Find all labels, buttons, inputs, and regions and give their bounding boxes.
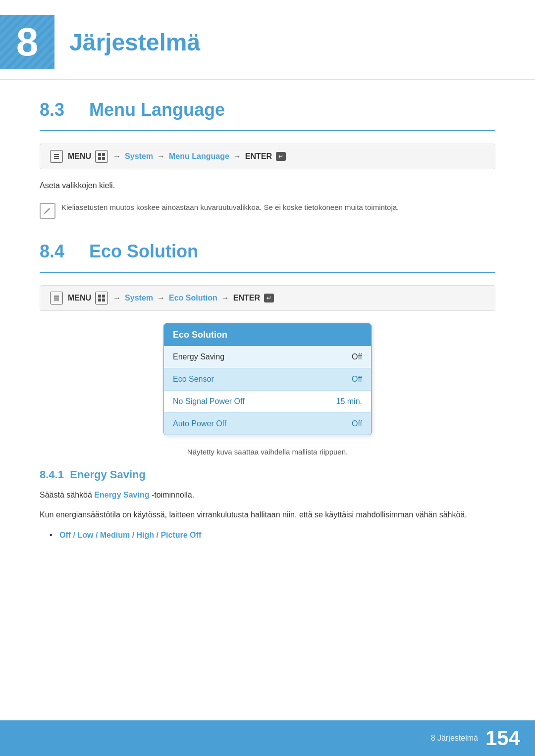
subsection-title: Energy Saving bbox=[70, 468, 146, 481]
grid-menu-icon bbox=[95, 150, 108, 163]
eco-item-name-no-signal: No Signal Power Off bbox=[173, 397, 245, 406]
section-number-8-3: 8.3 bbox=[40, 100, 79, 120]
eco-menu-box: Eco Solution Energy Saving Off Eco Senso… bbox=[163, 323, 372, 435]
body-text-prefix: Säästä sähköä bbox=[40, 491, 94, 499]
arrow-3-2: → bbox=[221, 294, 229, 302]
enter-label: ENTER bbox=[245, 152, 272, 161]
menu-language-link: Menu Language bbox=[169, 152, 229, 161]
menu-path-8-4: MENU → System → Eco Solution → ENTER ↵ bbox=[40, 285, 495, 311]
page-header: 8 Järjestelmä bbox=[0, 0, 535, 80]
arrow-1: → bbox=[113, 152, 121, 161]
body-text-8-4-1-a: Säästä sähköä Energy Saving -toiminnolla… bbox=[40, 489, 495, 502]
section-title-8-3: Menu Language bbox=[89, 100, 225, 120]
section-8-3: 8.3 Menu Language MENU → System → Menu L… bbox=[0, 100, 535, 221]
enter-label-2: ENTER bbox=[233, 294, 260, 302]
eco-menu-item-no-signal[interactable]: No Signal Power Off 15 min. bbox=[164, 391, 371, 413]
three-lines-icon bbox=[54, 154, 59, 159]
note-box-8-3: Kieliasetusten muutos koskee ainoastaan … bbox=[40, 200, 495, 221]
eco-menu-container: Eco Solution Energy Saving Off Eco Senso… bbox=[40, 323, 495, 435]
eco-solution-link: Eco Solution bbox=[169, 294, 217, 302]
eco-item-value-energy-saving: Off bbox=[352, 353, 362, 361]
eco-item-value-auto-power-off: Off bbox=[352, 419, 362, 428]
eco-item-name-auto-power-off: Auto Power Off bbox=[173, 419, 226, 428]
eco-menu-item-energy-saving[interactable]: Energy Saving Off bbox=[164, 346, 371, 368]
remote-icon bbox=[50, 150, 63, 163]
menu-icon-inner bbox=[98, 153, 105, 160]
bullet-list-8-4-1: Off / Low / Medium / High / Picture Off bbox=[40, 529, 495, 542]
section-title-8-4: Eco Solution bbox=[89, 241, 198, 262]
enter-icon-2: ↵ bbox=[264, 294, 274, 302]
arrow-2-2: → bbox=[157, 294, 165, 302]
eco-caption: Näytetty kuva saattaa vaihdella mallista… bbox=[40, 448, 495, 456]
eco-menu-item-auto-power-off[interactable]: Auto Power Off Off bbox=[164, 413, 371, 435]
section-8-4: 8.4 Eco Solution MENU → System → Eco Sol… bbox=[0, 241, 535, 542]
subsection-header-8-4-1: 8.4.1 Energy Saving bbox=[40, 468, 495, 481]
system-link: System bbox=[125, 152, 153, 161]
note-text-8-3: Kieliasetusten muutos koskee ainoastaan … bbox=[61, 202, 399, 213]
eco-item-value-eco-sensor: Off bbox=[352, 375, 362, 384]
subsection-8-4-1: 8.4.1 Energy Saving Säästä sähköä Energy… bbox=[40, 468, 495, 542]
menu-path-8-3: MENU → System → Menu Language → ENTER ↵ bbox=[40, 144, 495, 169]
arrow-1-2: → bbox=[113, 294, 121, 302]
body-text-8-4-1-b: Kun energiansäästötila on käytössä, lait… bbox=[40, 508, 495, 521]
system-link-2: System bbox=[125, 294, 153, 302]
arrow-3: → bbox=[233, 152, 241, 161]
remote-icon-2 bbox=[50, 292, 63, 304]
chapter-number-box: 8 bbox=[0, 15, 54, 69]
grid-menu-icon-2 bbox=[95, 292, 108, 304]
body-text-8-3: Aseta valikkojen kieli. bbox=[40, 179, 495, 192]
options-text: Off / Low / Medium / High / Picture Off bbox=[59, 531, 201, 539]
menu-label-2: MENU bbox=[68, 294, 91, 302]
pencil-icon bbox=[43, 206, 52, 215]
section-header-8-4: 8.4 Eco Solution bbox=[40, 241, 495, 262]
footer-page-number: 154 bbox=[485, 726, 520, 750]
eco-menu-item-eco-sensor[interactable]: Eco Sensor Off bbox=[164, 368, 371, 391]
subsection-number: 8.4.1 bbox=[40, 468, 70, 481]
arrow-2: → bbox=[157, 152, 165, 161]
eco-item-name-energy-saving: Energy Saving bbox=[173, 353, 224, 361]
menu-label: MENU bbox=[68, 152, 91, 161]
energy-saving-highlight: Energy Saving bbox=[94, 491, 149, 499]
chapter-title: Järjestelmä bbox=[69, 29, 200, 56]
chapter-number: 8 bbox=[16, 19, 39, 65]
eco-menu-title: Eco Solution bbox=[164, 324, 371, 346]
eco-item-value-no-signal: 15 min. bbox=[336, 397, 362, 406]
section-divider-8-4 bbox=[40, 272, 495, 273]
three-lines-icon-2 bbox=[54, 296, 59, 301]
page-footer: 8 Järjestelmä 154 bbox=[0, 720, 535, 756]
section-number-8-4: 8.4 bbox=[40, 241, 79, 262]
section-header-8-3: 8.3 Menu Language bbox=[40, 100, 495, 120]
body-text-suffix: -toiminnolla. bbox=[149, 491, 194, 499]
eco-item-name-eco-sensor: Eco Sensor bbox=[173, 375, 214, 384]
enter-icon: ↵ bbox=[276, 152, 286, 161]
footer-chapter-label: 8 Järjestelmä bbox=[431, 734, 478, 743]
menu-icon-inner-2 bbox=[98, 295, 105, 302]
bullet-item-options: Off / Low / Medium / High / Picture Off bbox=[50, 529, 495, 542]
section-divider-8-3 bbox=[40, 130, 495, 131]
note-icon bbox=[40, 203, 55, 219]
